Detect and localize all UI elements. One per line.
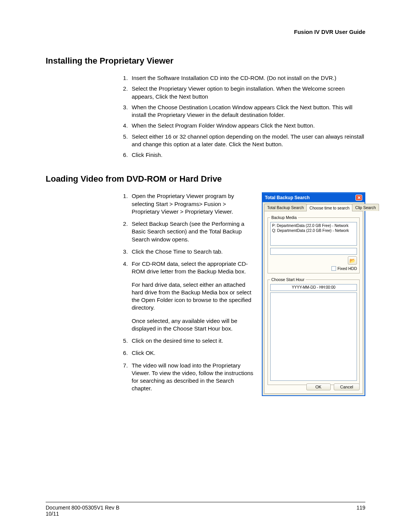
tab-clip-search[interactable]: Clip Search [352, 204, 379, 211]
doc-ref: Document 800-05305V1 Rev B [46, 505, 119, 511]
load-step-2: Select Backup Search (see the Performing… [129, 220, 255, 243]
dialog-title: Total Backup Search [265, 195, 310, 200]
load-step-3: Click the Chose Time to Search tab. [129, 248, 255, 256]
install-step-5: Select either 16 or 32 channel option de… [129, 133, 365, 149]
start-hour-listbox[interactable] [270, 292, 357, 381]
load-step-4a: For CD-ROM data, select the appropriate … [132, 260, 248, 275]
backup-media-label: Backup Media [270, 215, 298, 220]
load-step-1: Open the Proprietary Viewer program by s… [129, 192, 255, 216]
load-step-4: For CD-ROM data, select the appropriate … [129, 260, 255, 332]
load-step-5: Click on the desired time to select it. [129, 337, 255, 345]
load-step-4b: For hard drive data, select either an at… [132, 281, 255, 312]
install-step-6: Click Finish. [129, 151, 365, 159]
heading-loading: Loading Video from DVD-ROM or Hard Drive [46, 174, 365, 184]
ok-button[interactable]: OK [306, 383, 331, 390]
page-footer: Document 800-05305V1 Rev B 10/11 119 [46, 502, 365, 517]
install-step-1: Insert the Software Installation CD into… [129, 74, 365, 82]
tabs-row: Total Backup Search Choose time to searc… [263, 202, 365, 211]
loading-steps: Open the Proprietary Viewer program by s… [114, 192, 255, 392]
doc-date: 10/11 [46, 511, 119, 517]
page-number: 119 [357, 505, 365, 517]
cancel-button[interactable]: Cancel [334, 383, 360, 390]
install-step-4: When the Select Program Folder Window ap… [129, 122, 365, 129]
open-folder-icon[interactable]: 📂 [348, 256, 357, 265]
selected-media-field[interactable] [270, 248, 357, 255]
media-item-q[interactable]: Q: DepartmentData (22.0 GB Free) - Netwo… [272, 228, 355, 233]
load-step-7: The video will now load into the Proprie… [129, 362, 255, 393]
dialog-titlebar[interactable]: Total Backup Search ✕ [263, 193, 365, 202]
backup-media-listbox[interactable]: P: DepartmentData (22.0 GB Free) - Netwo… [270, 222, 357, 246]
install-step-3: When the Choose Destination Location Win… [129, 104, 365, 119]
installing-steps: Insert the Software Installation CD into… [46, 74, 365, 159]
install-step-2: Select the Proprietary Viewer option to … [129, 85, 365, 101]
choose-start-hour-group: Choose Start Hour YYYY-MM-DD - HH:00:00 [268, 277, 360, 385]
total-backup-search-dialog: Total Backup Search ✕ Total Backup Searc… [262, 192, 365, 396]
choose-start-hour-label: Choose Start Hour [270, 277, 306, 282]
load-step-6: Click OK. [129, 349, 255, 357]
start-hour-field[interactable]: YYYY-MM-DD - HH:00:00 [270, 284, 357, 291]
fixed-hdd-label: Fixed HDD [338, 266, 357, 271]
tab-total-backup-search[interactable]: Total Backup Search [264, 204, 307, 211]
guide-title-header: Fusion IV DVR User Guide [46, 29, 365, 35]
load-step-4c: Once selected, any available video will … [132, 317, 255, 333]
heading-installing: Installing the Proprietary Viewer [46, 56, 365, 66]
close-icon[interactable]: ✕ [355, 195, 362, 201]
fixed-hdd-checkbox[interactable] [331, 266, 336, 271]
media-item-p[interactable]: P: DepartmentData (22.0 GB Free) - Netwo… [272, 223, 355, 228]
backup-media-group: Backup Media P: DepartmentData (22.0 GB … [268, 215, 360, 273]
tab-choose-time[interactable]: Choose time to search [306, 204, 352, 211]
tab-panel: Backup Media P: DepartmentData (22.0 GB … [264, 211, 363, 394]
